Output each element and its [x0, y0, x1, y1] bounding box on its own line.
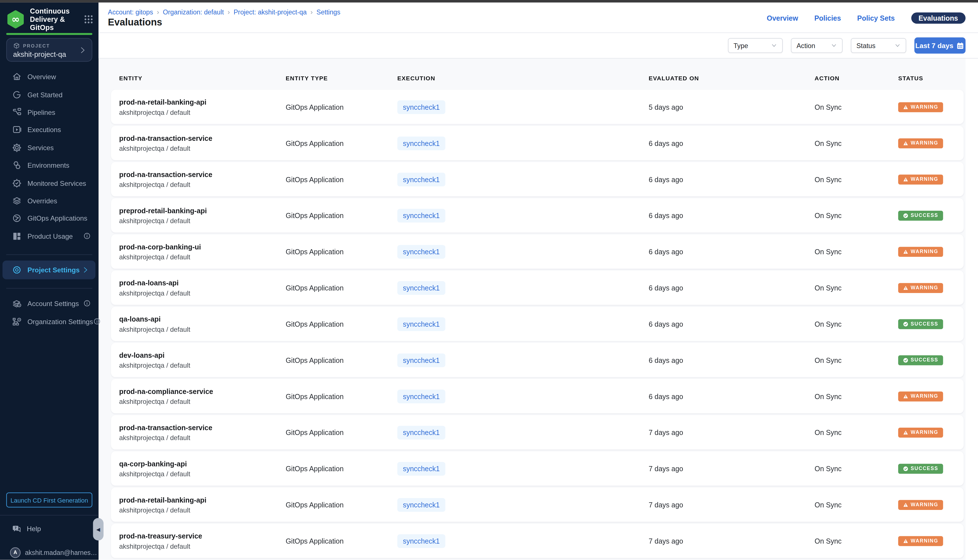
sidebar-item-services[interactable]: Services: [0, 139, 98, 157]
table-row[interactable]: qa-loans-api akshitprojectqa / default G…: [111, 307, 963, 341]
entity-type-cell: GitOps Application: [278, 537, 389, 545]
execution-link[interactable]: synccheck1: [397, 172, 446, 186]
table-row[interactable]: prod-na-compliance-service akshitproject…: [111, 379, 963, 413]
sidebar-item-get-started[interactable]: Get Started: [0, 86, 98, 103]
execution-link[interactable]: synccheck1: [397, 462, 446, 475]
sidebar-item-project-settings[interactable]: Project Settings: [3, 260, 95, 279]
breadcrumb-link[interactable]: Project: akshit-project-qa: [234, 8, 307, 15]
tab-policy-sets[interactable]: Policy Sets: [857, 14, 895, 22]
execution-link[interactable]: synccheck1: [397, 498, 446, 512]
window-chrome-strip: [0, 0, 978, 3]
execution-link[interactable]: synccheck1: [397, 425, 446, 439]
tab-overview[interactable]: Overview: [767, 14, 798, 22]
evaluated-on-cell: 7 days ago: [641, 537, 806, 545]
table-row[interactable]: prod-na-transaction-service akshitprojec…: [111, 415, 963, 449]
sidebar-item-product-usage[interactable]: Product Usage: [0, 227, 98, 245]
action-cell: On Sync: [806, 501, 890, 508]
execution-link[interactable]: synccheck1: [397, 534, 446, 548]
execution-link[interactable]: synccheck1: [397, 281, 446, 295]
breadcrumb-link[interactable]: Account: gitops: [108, 8, 153, 15]
date-range-button[interactable]: Last 7 days: [915, 37, 966, 53]
entity-scope: akshitprojectqa / default: [119, 325, 278, 332]
monitored-services-icon: [12, 178, 22, 188]
sidebar-item-organization-settings[interactable]: Organization Settings: [0, 312, 98, 330]
svg-text:?: ?: [15, 526, 17, 530]
help-chat-icon: ?: [12, 524, 21, 533]
settings-gear-icon: [12, 265, 22, 275]
table-row[interactable]: prod-na-retail-banking-api akshitproject…: [111, 488, 963, 522]
table-row[interactable]: prod-na-transaction-service akshitprojec…: [111, 162, 963, 196]
home-icon: [12, 72, 22, 82]
sidebar-item-executions[interactable]: Executions: [0, 121, 98, 139]
user-account[interactable]: A akshit.madan@harnes…: [0, 545, 98, 560]
sidebar-collapse-handle[interactable]: ◀: [93, 518, 103, 540]
entity-type-cell: GitOps Application: [278, 357, 389, 364]
table-row[interactable]: dev-loans-api akshitprojectqa / default …: [111, 343, 963, 377]
app: ∞ Continuous Delivery & GitOps PROJECT a…: [0, 0, 978, 560]
action-filter-dropdown[interactable]: Action: [791, 38, 843, 53]
action-cell: On Sync: [806, 320, 890, 328]
scrollbar-gutter: [966, 3, 978, 560]
column-header: ACTION: [806, 75, 890, 82]
sidebar-item-gitops-applications[interactable]: GitOps Applications: [0, 210, 98, 227]
breadcrumb-link[interactable]: Settings: [316, 8, 340, 15]
success-icon: [903, 466, 908, 471]
sidebar-item-pipelines[interactable]: Pipelines: [0, 103, 98, 121]
overrides-icon: [12, 196, 22, 206]
table-row[interactable]: preprod-retail-banking-api akshitproject…: [111, 198, 963, 232]
grid-9-dots-icon[interactable]: [83, 15, 93, 24]
sidebar-item-monitored-services[interactable]: Monitored Services: [0, 174, 98, 192]
entity-type-cell: GitOps Application: [278, 140, 389, 147]
entity-type-cell: GitOps Application: [278, 284, 389, 291]
sidebar-item-account-settings[interactable]: Account Settings: [0, 294, 98, 312]
sidebar-item-environments[interactable]: Environments: [0, 157, 98, 174]
sidebar-item-overrides[interactable]: Overrides: [0, 192, 98, 210]
tab-policies[interactable]: Policies: [814, 14, 841, 22]
table-body: prod-na-retail-banking-api akshitproject…: [111, 90, 963, 558]
evaluated-on-cell: 6 days ago: [641, 140, 806, 147]
evaluated-on-cell: 6 days ago: [641, 248, 806, 255]
table-row[interactable]: prod-na-retail-banking-api akshitproject…: [111, 90, 963, 124]
execution-link[interactable]: synccheck1: [397, 100, 446, 114]
entity-scope: akshitprojectqa / default: [119, 253, 278, 260]
entity-scope: akshitprojectqa / default: [119, 397, 278, 405]
chevron-down-icon: [771, 42, 777, 48]
execution-link[interactable]: synccheck1: [397, 353, 446, 367]
svg-text:∞: ∞: [11, 13, 20, 25]
breadcrumb-link[interactable]: Organization: default: [163, 8, 224, 15]
warning-icon: [903, 177, 908, 182]
tab-evaluations-active[interactable]: Evaluations: [911, 12, 966, 23]
execution-link[interactable]: synccheck1: [397, 389, 446, 403]
warning-icon: [903, 285, 908, 290]
evaluated-on-cell: 6 days ago: [641, 175, 806, 183]
sidebar-item-overview[interactable]: Overview: [0, 68, 98, 86]
entity-type-cell: GitOps Application: [278, 103, 389, 111]
execution-link[interactable]: synccheck1: [397, 317, 446, 331]
launch-cd-first-gen-button[interactable]: Launch CD First Generation: [6, 492, 92, 507]
sidebar-item-help[interactable]: ? Help: [0, 522, 98, 535]
execution-link[interactable]: synccheck1: [397, 208, 446, 222]
table-row[interactable]: qa-corp-banking-api akshitprojectqa / de…: [111, 452, 963, 486]
entity-type-cell: GitOps Application: [278, 212, 389, 219]
sidebar-admin-nav: Account Settings Organization Settings: [0, 294, 98, 330]
table-row[interactable]: prod-na-corp-banking-ui akshitprojectqa …: [111, 235, 963, 269]
entity-name: prod-na-retail-banking-api: [119, 98, 278, 105]
type-filter-dropdown[interactable]: Type: [728, 38, 783, 53]
table-row[interactable]: prod-na-treasury-service akshitprojectqa…: [111, 523, 963, 558]
entity-scope: akshitprojectqa / default: [119, 542, 278, 549]
action-cell: On Sync: [806, 537, 890, 545]
chevron-right-icon: [82, 266, 89, 273]
project-selector[interactable]: PROJECT akshit-project-qa: [6, 38, 92, 62]
table-row[interactable]: prod-na-loans-api akshitprojectqa / defa…: [111, 271, 963, 305]
status-filter-dropdown[interactable]: Status: [851, 38, 906, 53]
execution-link[interactable]: synccheck1: [397, 245, 446, 258]
action-cell: On Sync: [806, 248, 890, 255]
action-cell: On Sync: [806, 428, 890, 436]
action-cell: On Sync: [806, 284, 890, 291]
sidebar-divider: [6, 288, 92, 288]
execution-link[interactable]: synccheck1: [397, 136, 446, 150]
table-row[interactable]: prod-na-transaction-service akshitprojec…: [111, 126, 963, 160]
entity-name: prod-na-transaction-service: [119, 170, 278, 178]
warning-icon: [903, 430, 908, 435]
entity-name: qa-loans-api: [119, 315, 278, 322]
